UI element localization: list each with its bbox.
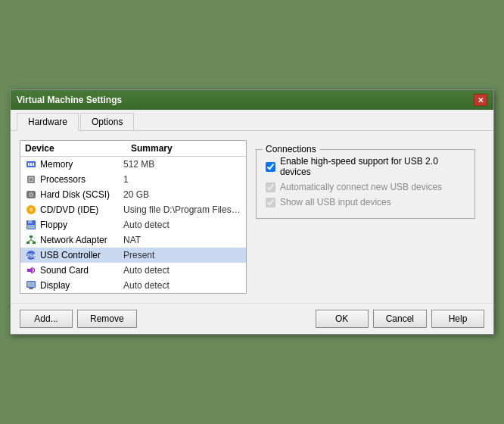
display-icon [25,279,37,292]
tab-bar: Hardware Options [11,110,493,131]
memory-summary: 512 MB [123,159,241,170]
svg-line-22 [31,240,34,242]
memory-icon [25,158,37,170]
showall-checkbox[interactable] [266,198,275,207]
device-row-display[interactable]: Display Auto detect [20,278,246,293]
help-button[interactable]: Help [431,310,484,328]
device-list: Memory 512 MB Processors 1 Hard Di [20,157,246,293]
svg-rect-6 [30,178,33,181]
device-row-memory[interactable]: Memory 512 MB [20,157,246,172]
floppy-icon [25,219,37,231]
processors-summary: 1 [123,174,241,185]
display-name: Display [40,280,123,291]
network-summary: NAT [123,235,241,245]
usb20-row: Enable high-speed support for USB 2.0 de… [266,156,465,177]
bottom-left-buttons: Add... Remove [20,310,137,328]
cddvd-icon [25,204,37,216]
svg-point-9 [30,194,32,195]
svg-rect-1 [28,163,30,166]
device-row-sound[interactable]: Sound Card Auto detect [20,263,246,278]
autoconnect-checkbox[interactable] [266,182,275,192]
device-row-network[interactable]: Network Adapter NAT [20,232,246,248]
device-row-harddisk[interactable]: Hard Disk (SCSI) 20 GB [20,187,246,202]
bottom-right-buttons: OK Cancel Help [316,310,484,328]
ok-button[interactable]: OK [316,310,369,328]
col-summary-header: Summary [131,143,241,154]
device-row-cddvd[interactable]: CD/DVD (IDE) Using file D:\Program Files… [20,202,246,217]
main-window: Virtual Machine Settings ✕ Hardware Opti… [10,89,494,335]
sound-name: Sound Card [40,265,123,276]
usb-summary: Present [123,250,241,260]
svg-line-21 [28,240,31,242]
device-row-usb[interactable]: USB USB Controller Present [20,248,246,263]
usb-icon: USB [25,249,37,261]
tab-options[interactable]: Options [80,113,134,130]
device-panel: Device Summary Memory 512 MB Pr [20,140,247,294]
svg-rect-2 [30,163,32,166]
showall-label[interactable]: Show all USB input devices [280,197,391,207]
floppy-name: Floppy [40,220,123,230]
add-button[interactable]: Add... [20,310,73,328]
network-icon [25,234,37,246]
svg-rect-29 [29,288,33,289]
window-title: Virtual Machine Settings [17,95,122,105]
autoconnect-label[interactable]: Automatically connect new USB devices [280,182,442,192]
device-table-header: Device Summary [20,141,246,157]
usb20-label[interactable]: Enable high-speed support for USB 2.0 de… [280,156,465,177]
memory-name: Memory [40,159,123,170]
sound-icon [25,264,37,276]
col-device-header: Device [25,143,131,154]
svg-rect-17 [30,235,33,238]
autoconnect-row: Automatically connect new USB devices [266,182,465,192]
showall-row: Show all USB input devices [266,197,465,207]
network-name: Network Adapter [40,235,123,245]
svg-rect-19 [33,242,36,244]
sound-summary: Auto detect [123,265,241,276]
svg-rect-16 [27,225,35,229]
title-bar-buttons: ✕ [474,94,487,106]
floppy-summary: Auto detect [123,220,241,230]
svg-point-12 [30,209,32,210]
bottom-bar: Add... Remove OK Cancel Help [11,303,493,334]
harddisk-icon [25,189,37,201]
content-area: Device Summary Memory 512 MB Pr [11,131,493,303]
svg-rect-18 [26,242,30,244]
right-panel: Connections Enable high-speed support fo… [247,140,484,294]
processors-name: Processors [40,174,123,185]
svg-rect-27 [27,282,35,287]
cddvd-summary: Using file D:\Program Files\v... [123,204,241,215]
svg-rect-28 [30,288,33,288]
usb20-checkbox[interactable] [266,162,275,172]
remove-button[interactable]: Remove [77,310,137,328]
connections-group: Connections Enable high-speed support fo… [256,149,475,219]
harddisk-name: Hard Disk (SCSI) [40,189,123,200]
cancel-button[interactable]: Cancel [373,310,427,328]
tab-hardware[interactable]: Hardware [17,113,79,131]
title-bar: Virtual Machine Settings ✕ [11,90,493,110]
cddvd-name: CD/DVD (IDE) [40,204,123,215]
svg-rect-15 [32,221,33,223]
device-row-floppy[interactable]: Floppy Auto detect [20,217,246,232]
connections-legend: Connections [263,144,319,154]
svg-marker-25 [27,267,33,274]
close-button[interactable]: ✕ [474,94,487,106]
device-row-processors[interactable]: Processors 1 [20,172,246,187]
processor-icon [25,173,37,186]
svg-rect-3 [33,163,34,166]
harddisk-summary: 20 GB [123,189,241,200]
usb-name: USB Controller [40,250,123,260]
svg-text:USB: USB [26,252,36,259]
display-summary: Auto detect [123,280,241,291]
